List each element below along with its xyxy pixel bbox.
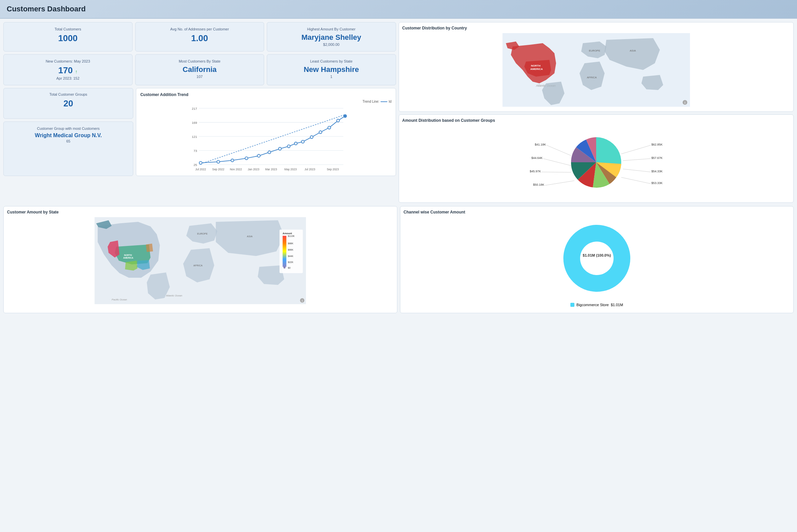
highest-amount-value: $2,000.00 bbox=[271, 42, 392, 46]
state-map-svg: Pacific Ocean Atlantic Ocean NORTH AMERI… bbox=[7, 217, 394, 304]
trend-chart-title: Customer Addition Trend bbox=[140, 92, 391, 97]
trend-line-legend: Trend Line: Id bbox=[140, 100, 391, 103]
new-customers-value: 170 ↑ bbox=[7, 65, 129, 76]
svg-text:ASIA: ASIA bbox=[247, 235, 253, 238]
svg-point-20 bbox=[302, 140, 304, 143]
svg-text:i: i bbox=[302, 299, 302, 302]
least-state-label: Least Customers by State bbox=[271, 59, 392, 63]
total-groups-card: Total Customer Groups 20 bbox=[3, 88, 133, 119]
amount-dist-title: Amount Distribution based on Customer Gr… bbox=[402, 118, 790, 123]
new-customers-prev: Apr 2023: 152 bbox=[7, 76, 129, 80]
svg-text:Jul 2023: Jul 2023 bbox=[304, 168, 315, 171]
svg-text:$45.97K: $45.97K bbox=[530, 170, 541, 173]
svg-line-52 bbox=[621, 145, 651, 154]
svg-text:Pacific Ocean: Pacific Ocean bbox=[112, 298, 127, 301]
svg-text:$53.33K: $53.33K bbox=[651, 182, 663, 185]
trend-line-id: Id bbox=[389, 100, 391, 103]
svg-point-11 bbox=[199, 161, 202, 164]
total-groups-value: 20 bbox=[7, 98, 130, 109]
svg-point-15 bbox=[257, 154, 260, 157]
channel-chart-panel: Channel wise Customer Amount $1.01M (100… bbox=[400, 206, 794, 313]
svg-text:Amount: Amount bbox=[282, 232, 292, 235]
svg-text:AMERICA: AMERICA bbox=[530, 68, 543, 71]
highest-amount-card: Highest Amount By Customer Maryjane Shel… bbox=[267, 22, 396, 52]
svg-line-48 bbox=[542, 172, 571, 172]
avg-addresses-card: Avg No. of Addresses per Customer 1.00 bbox=[135, 22, 264, 52]
svg-text:NORTH: NORTH bbox=[124, 254, 132, 256]
group-most-label: Customer Group with most Customers bbox=[7, 127, 130, 131]
svg-text:i: i bbox=[684, 101, 685, 104]
svg-text:121: 121 bbox=[192, 135, 197, 138]
row-3: Total Customer Groups 20 Customer Group … bbox=[3, 88, 396, 176]
svg-point-24 bbox=[337, 119, 339, 122]
group-most-value: 65 bbox=[7, 139, 130, 143]
pie-chart-container: $41.18K $44.64K $45.97K $50.18K $62.85K … bbox=[402, 126, 790, 199]
svg-text:217: 217 bbox=[192, 107, 197, 110]
svg-text:$66K: $66K bbox=[288, 249, 294, 251]
avg-addresses-value: 1.00 bbox=[139, 33, 261, 43]
highest-amount-name: Maryjane Shelley bbox=[271, 33, 392, 42]
left-panel: Total Customers 1000 Avg No. of Addresse… bbox=[3, 22, 398, 203]
svg-line-10 bbox=[201, 114, 346, 164]
total-customers-label: Total Customers bbox=[7, 27, 129, 31]
channel-legend-value: $1.01M bbox=[611, 303, 623, 307]
svg-text:Jan 2023: Jan 2023 bbox=[248, 168, 259, 171]
svg-point-18 bbox=[288, 145, 290, 148]
svg-point-21 bbox=[310, 136, 313, 138]
most-state-label: Most Customers By State bbox=[139, 59, 261, 63]
svg-point-12 bbox=[217, 160, 220, 163]
svg-text:$110K: $110K bbox=[288, 235, 295, 237]
main-content: Total Customers 1000 Avg No. of Addresse… bbox=[0, 19, 797, 206]
highest-amount-label: Highest Amount By Customer bbox=[271, 27, 392, 31]
svg-rect-69 bbox=[282, 236, 286, 267]
svg-text:Sep 2023: Sep 2023 bbox=[327, 168, 339, 171]
svg-point-25 bbox=[344, 114, 347, 117]
svg-text:$57.67K: $57.67K bbox=[651, 156, 663, 159]
svg-text:$0: $0 bbox=[288, 267, 291, 269]
channel-legend: Bigcommerce Store $1.01M bbox=[570, 303, 623, 307]
right-panel: Customer Distribution by Country Atlanti… bbox=[398, 22, 794, 203]
svg-text:Nov 2022: Nov 2022 bbox=[230, 168, 242, 171]
channel-pie-svg: $1.01M (100.0%) bbox=[546, 220, 647, 300]
svg-line-56 bbox=[623, 169, 651, 172]
svg-text:Jul 2022: Jul 2022 bbox=[196, 168, 206, 171]
state-map-title: Customer Amount by State bbox=[7, 210, 394, 214]
trend-line-label: Trend Line: bbox=[363, 100, 379, 103]
svg-text:EUROPE: EUROPE bbox=[197, 232, 207, 235]
most-state-value: 107 bbox=[139, 75, 261, 79]
kpi-row-1: Total Customers 1000 Avg No. of Addresse… bbox=[3, 22, 396, 52]
svg-text:EUROPE: EUROPE bbox=[589, 49, 600, 52]
country-map-title: Customer Distribution by Country bbox=[402, 26, 790, 31]
pie-chart-svg: $41.18K $44.64K $45.97K $50.18K $62.85K … bbox=[519, 129, 673, 196]
total-customers-card: Total Customers 1000 bbox=[3, 22, 133, 52]
dashboard-header: Customers Dashboard bbox=[0, 0, 797, 19]
line-chart-svg: 217 169 121 73 25 bbox=[140, 105, 391, 172]
svg-text:ASIA: ASIA bbox=[630, 49, 636, 52]
svg-text:$44K: $44K bbox=[288, 255, 294, 257]
world-map-svg: Atlantic Ocean NORTH AMERICA EUROPE ASIA bbox=[402, 33, 790, 107]
bottom-section: Customer Amount by State Pacific Ocean A… bbox=[0, 206, 797, 317]
svg-line-50 bbox=[545, 181, 574, 185]
svg-text:AFRICA: AFRICA bbox=[587, 76, 597, 79]
least-state-name: New Hampshire bbox=[271, 65, 392, 74]
country-map-panel: Customer Distribution by Country Atlanti… bbox=[398, 22, 794, 112]
svg-text:$41.18K: $41.18K bbox=[535, 143, 546, 146]
svg-text:$22K: $22K bbox=[288, 261, 294, 263]
svg-text:Sep 2022: Sep 2022 bbox=[212, 168, 224, 171]
new-customers-arrow: ↑ bbox=[75, 69, 78, 74]
group-most-name: Wright Medical Group N.V. bbox=[7, 133, 130, 138]
svg-point-22 bbox=[319, 131, 322, 133]
svg-text:25: 25 bbox=[194, 163, 198, 167]
svg-text:169: 169 bbox=[192, 121, 197, 125]
svg-line-54 bbox=[623, 158, 651, 160]
svg-text:May 2023: May 2023 bbox=[284, 168, 297, 171]
svg-point-19 bbox=[295, 142, 297, 145]
svg-point-80 bbox=[580, 242, 614, 275]
svg-text:AFRICA: AFRICA bbox=[193, 264, 203, 267]
total-groups-label: Total Customer Groups bbox=[7, 92, 130, 96]
kpi-row-2: New Customers: May 2023 170 ↑ Apr 2023: … bbox=[3, 54, 396, 85]
least-state-value: 1 bbox=[271, 75, 392, 79]
svg-point-14 bbox=[245, 157, 248, 159]
svg-point-17 bbox=[278, 147, 281, 150]
page-title: Customers Dashboard bbox=[7, 5, 790, 13]
